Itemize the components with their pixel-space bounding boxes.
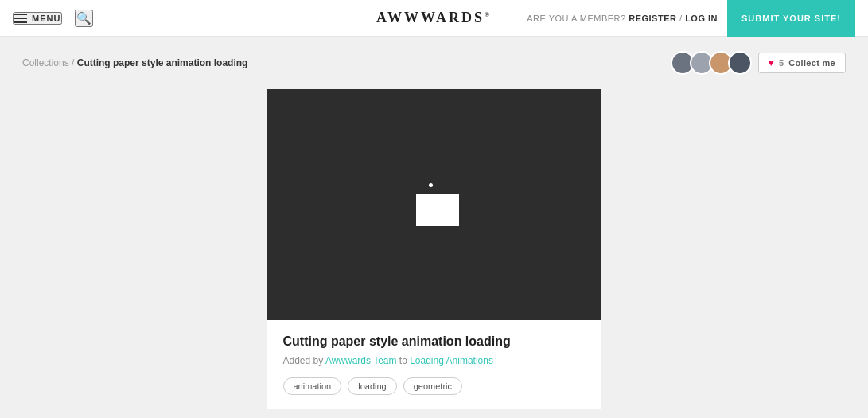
avatar <box>728 51 752 75</box>
paper-dot <box>429 183 433 187</box>
breadcrumb: Collections / Cutting paper style animat… <box>22 57 247 68</box>
tag-geometric[interactable]: geometric <box>403 377 462 395</box>
hamburger-icon <box>14 14 27 23</box>
collections-link[interactable]: Collections <box>22 57 69 68</box>
tag-loading[interactable]: loading <box>348 377 396 395</box>
author-link[interactable]: Awwwards Team <box>325 355 397 366</box>
menu-label: MENU <box>32 14 60 23</box>
breadcrumb-actions: ♥ 5 Collect me <box>671 51 847 75</box>
submit-button[interactable]: SUBMIT YOUR SITE! <box>727 0 855 37</box>
heart-icon: ♥ <box>769 57 774 68</box>
search-button[interactable]: 🔍 <box>75 10 93 27</box>
main-content: Cutting paper style animation loading Ad… <box>0 89 868 418</box>
menu-button[interactable]: MENU <box>13 12 62 25</box>
header: MENU 🔍 AWWWARDS® ARE YOU A MEMBER? REGIS… <box>0 0 868 37</box>
search-icon: 🔍 <box>76 11 91 25</box>
tags: animation loading geometric <box>283 377 586 395</box>
current-page-label: Cutting paper style animation loading <box>77 57 248 68</box>
collection-link[interactable]: Loading Animations <box>410 355 493 366</box>
register-link[interactable]: REGISTER <box>629 14 676 23</box>
header-right: ARE YOU A MEMBER? REGISTER / LOG IN SUBM… <box>527 0 855 37</box>
tag-animation[interactable]: animation <box>283 377 342 395</box>
breadcrumb-bar: Collections / Cutting paper style animat… <box>0 37 868 89</box>
card-meta: Added by Awwwards Team to Loading Animat… <box>283 355 586 366</box>
member-text: ARE YOU A MEMBER? REGISTER / LOG IN <box>527 14 718 23</box>
header-left: MENU 🔍 <box>13 10 93 27</box>
card-title: Cutting paper style animation loading <box>283 334 586 349</box>
card: Cutting paper style animation loading Ad… <box>267 89 601 409</box>
collect-count: 5 <box>779 58 784 68</box>
card-preview <box>267 89 601 320</box>
collect-button[interactable]: ♥ 5 Collect me <box>758 53 847 73</box>
login-link[interactable]: LOG IN <box>685 14 718 23</box>
animation-preview <box>407 177 462 232</box>
avatar-group <box>671 51 752 75</box>
collect-label: Collect me <box>788 58 835 68</box>
paper-square <box>427 194 459 226</box>
logo[interactable]: AWWWARDS® <box>376 10 492 26</box>
card-info: Cutting paper style animation loading Ad… <box>267 320 601 409</box>
